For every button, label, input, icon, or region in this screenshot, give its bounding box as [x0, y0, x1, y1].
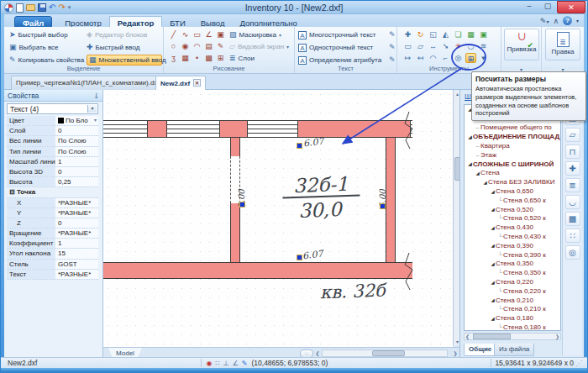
tree-item[interactable]: –Помещение общего по	[465, 123, 560, 133]
tree-item[interactable]: ◢ОБЪЕДИНЕНИЕ ПЛОЩАД	[465, 132, 560, 141]
dimension-text-top[interactable]: 6.07	[302, 136, 324, 150]
property-value[interactable]: 15	[55, 249, 98, 258]
help-icon[interactable]: ?	[563, 16, 572, 25]
selection-grip[interactable]	[297, 143, 302, 149]
region-icon[interactable]: ▩	[203, 53, 214, 63]
pencil-status-icon[interactable]: ✎	[242, 360, 248, 367]
property-value[interactable]: 0	[55, 218, 98, 228]
measure-icon[interactable]: ➘	[440, 41, 451, 51]
freehand-icon[interactable]: ʒ	[168, 53, 179, 63]
property-value[interactable]: По Бло▾	[55, 116, 98, 125]
osnap-status-icon[interactable]: ∠	[233, 360, 239, 367]
property-value[interactable]: GOST	[55, 260, 98, 269]
edit-button[interactable]: Правка	[545, 29, 580, 60]
quick-select-button[interactable]: ➤Быстрый выбор	[9, 29, 87, 40]
point-icon[interactable]: •	[192, 53, 202, 63]
arc-icon[interactable]: ◠	[192, 41, 202, 51]
copy-icon[interactable]: ❏	[453, 29, 464, 39]
selection-grip[interactable]	[380, 203, 386, 209]
tree-expand-icon[interactable]: ◢	[490, 207, 496, 212]
tree-item[interactable]: └Стена 0,350 к	[465, 268, 560, 277]
viewport-button[interactable]: ▱Видовой экран▾	[229, 41, 293, 52]
property-value[interactable]: 0	[55, 126, 98, 135]
circle-icon[interactable]: ○	[168, 41, 179, 51]
minimize-button[interactable]: –	[520, 1, 538, 12]
scroll-left-icon[interactable]: ❮	[465, 334, 470, 339]
scroll-left-icon[interactable]: ❮	[313, 350, 322, 356]
calc-dimensions-icon[interactable]: ⊞	[465, 53, 476, 63]
tree-item[interactable]: └Стена 0,650 к	[465, 196, 560, 205]
tree-item[interactable]: ◢Стена 0,210	[465, 296, 560, 305]
selection-grip[interactable]	[297, 255, 302, 260]
help-dropdown-icon[interactable]: ▾	[576, 18, 579, 24]
property-value[interactable]: *РАЗНЫЕ*	[55, 270, 98, 279]
tree-item[interactable]: └Стена 0,430 к	[465, 232, 560, 241]
tree-expand-icon[interactable]: ◢	[475, 171, 480, 176]
tree-expand-icon[interactable]: ◢	[482, 180, 488, 185]
dtext-button[interactable]: AОднострочный текст✎	[298, 42, 396, 53]
layers-button[interactable]: ≣Слои	[229, 53, 293, 64]
tree-item[interactable]: ◢Стена	[465, 169, 560, 178]
document-tab-1[interactable]: Пример_чертежа№1(ПЛАН_с_комнатами).dxf	[11, 76, 165, 90]
line-icon[interactable]: ╱	[168, 29, 179, 39]
selection-type-dropdown[interactable]: Текст (4) ▾	[7, 103, 98, 114]
tree-expand-icon[interactable]: ◢	[490, 261, 496, 266]
mtext-edit-icon[interactable]: ✎	[389, 31, 396, 39]
tree-item[interactable]: └Стена 0,180 к	[465, 323, 560, 331]
apartment-label-text[interactable]: кв. 32б	[320, 281, 386, 303]
property-value[interactable]: 1	[55, 157, 98, 166]
property-group-label[interactable]: ⊟ Точка	[7, 187, 98, 197]
array-icon[interactable]: ▦	[465, 29, 476, 39]
tree-expand-icon[interactable]: ◢	[467, 134, 473, 139]
more-icon[interactable]: ▾	[478, 53, 489, 63]
property-value[interactable]: 1	[55, 239, 98, 248]
group-icon[interactable]: ▣	[478, 29, 489, 39]
tree-horizontal-scrollbar[interactable]: ❮ ❯	[464, 333, 561, 340]
scroll-right-icon[interactable]: ❯	[451, 350, 459, 356]
grid-status-icon[interactable]: ∷	[216, 360, 220, 367]
dim-right-icon[interactable]: ↤	[415, 53, 426, 63]
room-area-text[interactable]: 30,0	[286, 198, 354, 223]
match-icon[interactable]: ◎	[453, 53, 464, 63]
tree-expand-icon[interactable]: ◢	[490, 297, 496, 302]
profile-tool-icon[interactable]: ⊓	[565, 144, 580, 159]
room-code-text[interactable]: 32б-1	[282, 172, 360, 198]
panel-tab-2[interactable]: Из файла	[494, 344, 534, 356]
close-tab-icon[interactable]: ✕	[193, 79, 201, 87]
tree-item[interactable]: └Стена 0,390 к	[465, 250, 560, 260]
dimension-text-right[interactable]: 5.00	[378, 179, 387, 219]
tree-item[interactable]: └Стена 0,220 к	[465, 286, 560, 296]
tree-item[interactable]: –Квартира	[465, 141, 560, 150]
points-tool-icon[interactable]: ∷	[565, 229, 580, 243]
resize-grip-icon[interactable]: ⋰	[575, 360, 582, 367]
property-value[interactable]: По Слою	[55, 147, 98, 156]
mtext-button[interactable]: AМногострочный текст✎	[298, 29, 396, 40]
settings-tool-icon[interactable]: ◎	[565, 245, 580, 260]
stairs-tool-icon[interactable]: ≣	[565, 178, 580, 192]
copy-props-button[interactable]: ✎Копировать свойства	[9, 55, 87, 66]
panel-tab-1[interactable]: Общие	[464, 344, 496, 356]
property-value[interactable]: *РАЗНЫЕ*	[55, 198, 98, 208]
walls-tool-icon[interactable]: ▱	[565, 128, 580, 142]
property-value[interactable]: *РАЗНЫЕ*	[55, 229, 98, 238]
sketch-icon[interactable]: ∿	[180, 29, 191, 39]
tree-item[interactable]: └Стена 0,520 к	[465, 214, 560, 223]
attr-button[interactable]: AОпределение атрибута✎	[298, 55, 396, 66]
join-icon[interactable]: ◡	[465, 41, 476, 51]
perpendicular-status-icon[interactable]: ⊥	[223, 360, 229, 367]
move-icon[interactable]: ✚	[402, 29, 413, 39]
stretch-icon[interactable]: ↔	[428, 41, 438, 51]
tree-item[interactable]: ◢Стена 0,430	[465, 223, 560, 232]
style-edit-icon[interactable]: ✎▾	[540, 17, 549, 25]
tree-expand-icon[interactable]: ◢	[490, 316, 496, 321]
tree-scroll-thumb[interactable]	[473, 334, 511, 339]
tree-item[interactable]: ◢Стена 0,650	[465, 186, 560, 196]
dimension-text-left[interactable]: 5.00	[237, 179, 246, 219]
offset-icon[interactable]: ≋	[478, 41, 489, 51]
block-editor-button[interactable]: ◈Редактор блоков	[87, 29, 162, 40]
tree-item[interactable]: ◢Стена БЕЗ ЗАЛИВКИ	[465, 177, 560, 186]
scroll-right-icon[interactable]: ❯	[555, 334, 559, 339]
select-all-button[interactable]: ▣Выбрать все	[9, 42, 87, 53]
property-value[interactable]: 0,25	[55, 177, 98, 186]
path-array-icon[interactable]: ▱	[415, 41, 426, 51]
